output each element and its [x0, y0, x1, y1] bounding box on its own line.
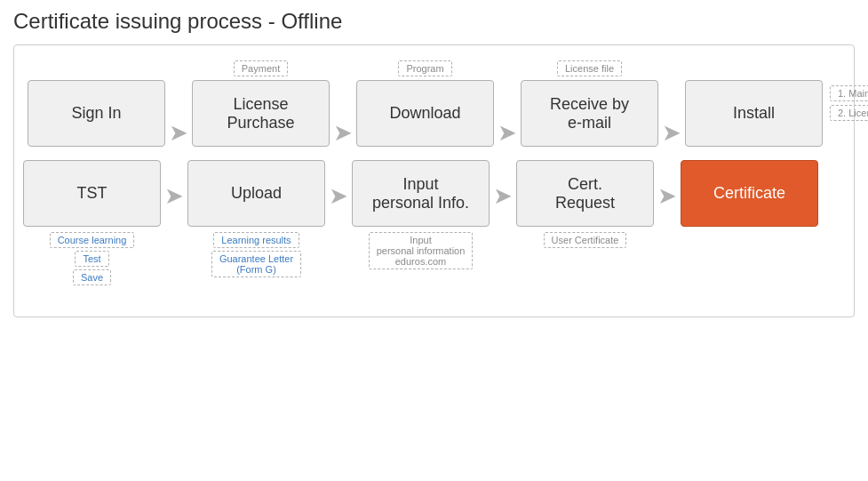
- diagram-container: Sign In ➤ Payment License Purchase ➤ Pro…: [13, 44, 855, 317]
- tst-sublabels: Course learning Test Save: [50, 232, 135, 285]
- box-tst: TST: [23, 160, 161, 227]
- box-download: Download: [356, 80, 494, 147]
- box-upload: Upload: [187, 160, 325, 227]
- tst-sub-1: Course learning: [50, 232, 135, 248]
- arrow-1: ➤: [169, 119, 188, 147]
- box-certificate: Certificate: [681, 160, 818, 227]
- input-sub-1: Input personal information eduros.com: [369, 232, 474, 269]
- arrow-6: ➤: [329, 182, 348, 210]
- box-wrapper-input: Input personal Info. Input personal info…: [352, 160, 490, 269]
- label-license-file: License file: [557, 60, 622, 76]
- box-wrapper-download: Program Download: [356, 60, 494, 147]
- box-wrapper-receive: License file Receive by e-mail: [521, 60, 658, 147]
- arrow-4: ➤: [662, 119, 681, 147]
- box-wrapper-certificate: Certificate: [681, 160, 818, 227]
- tst-sub-3: Save: [73, 269, 111, 285]
- box-sign-in: Sign In: [28, 80, 165, 147]
- install-label-1: 1. Main Program: [830, 85, 868, 101]
- upload-sub-2: Guarantee Letter (Form G): [211, 251, 301, 277]
- cert-request-sub-1: User Certificate: [544, 232, 627, 248]
- box-input: Input personal Info.: [352, 160, 490, 227]
- arrow-3: ➤: [498, 119, 517, 147]
- box-cert-request: Cert. Request: [516, 160, 654, 227]
- label-program: Program: [398, 60, 451, 76]
- row1: Sign In ➤ Payment License Purchase ➤ Pro…: [23, 59, 845, 147]
- input-sublabels: Input personal information eduros.com: [369, 232, 474, 269]
- box-wrapper-sign-in: Sign In: [28, 59, 165, 147]
- arrow-5: ➤: [164, 182, 184, 210]
- install-section: Install 1. Main Program 2. License file: [685, 59, 868, 147]
- arrow-2: ➤: [333, 119, 353, 147]
- install-label-2: 2. License file: [830, 105, 868, 121]
- box-wrapper-upload: Upload Learning results Guarantee Letter…: [187, 160, 325, 277]
- box-wrapper-tst: TST Course learning Test Save: [23, 160, 161, 285]
- box-wrapper-install: Install: [685, 59, 823, 147]
- tst-sub-2: Test: [75, 251, 108, 267]
- label-payment: Payment: [234, 60, 288, 76]
- box-install: Install: [685, 80, 823, 147]
- box-license-purchase: License Purchase: [192, 80, 330, 147]
- upload-sub-1: Learning results: [213, 232, 299, 248]
- upload-sublabels: Learning results Guarantee Letter (Form …: [211, 232, 301, 277]
- box-receive: Receive by e-mail: [521, 80, 658, 147]
- box-wrapper-cert-request: Cert. Request User Certificate: [516, 160, 654, 248]
- arrow-7: ➤: [493, 182, 513, 210]
- cert-request-sublabels: User Certificate: [544, 232, 627, 248]
- arrow-8: ➤: [657, 182, 677, 210]
- row2: TST Course learning Test Save ➤ Upload L…: [23, 160, 845, 285]
- box-wrapper-license-purchase: Payment License Purchase: [192, 60, 330, 147]
- page-title: Certificate issuing process - Offline: [13, 9, 855, 34]
- install-labels: 1. Main Program 2. License file: [830, 85, 868, 121]
